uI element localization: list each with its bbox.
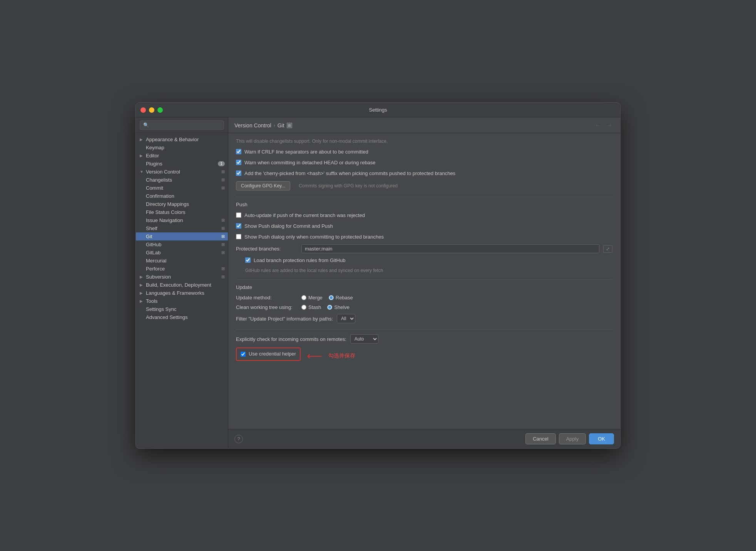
- sidebar-item-mercurial[interactable]: Mercurial: [136, 257, 228, 265]
- breadcrumb-icon: ⊞: [287, 123, 292, 128]
- grid-icon: ⊞: [221, 177, 225, 182]
- show-push-protected-label: Show Push dialog only when committing to…: [244, 234, 384, 240]
- credential-helper-label: Use credential helper: [249, 351, 296, 357]
- cherry-pick-row: Add the 'cherry-picked from <hash>' suff…: [236, 170, 612, 177]
- annotation-row: Use credential helper ⟵ 勾选并保存: [236, 347, 612, 364]
- sidebar-item-confirmation[interactable]: Confirmation: [136, 192, 228, 200]
- merge-option[interactable]: Merge: [301, 295, 323, 301]
- sidebar-item-perforce[interactable]: Perforce ⊞: [136, 265, 228, 273]
- expand-icon: ▶: [140, 154, 146, 158]
- merge-label: Merge: [308, 295, 323, 301]
- sidebar-item-languages[interactable]: ▶ Languages & Frameworks: [136, 289, 228, 297]
- cherry-pick-checkbox[interactable]: [236, 170, 241, 176]
- expand-icon: ▶: [140, 299, 146, 303]
- sidebar-item-editor[interactable]: ▶ Editor: [136, 152, 228, 160]
- sidebar-item-label: File Status Colors: [146, 209, 225, 215]
- sidebar-item-gitlab[interactable]: GitLab ⊞: [136, 249, 228, 257]
- rebase-radio[interactable]: [329, 295, 334, 300]
- update-method-row: Update method: Merge Rebase: [236, 295, 612, 301]
- sidebar-item-label: Keymap: [146, 145, 225, 150]
- shelve-label: Shelve: [334, 304, 350, 310]
- clean-tree-label: Clean working tree using:: [236, 304, 298, 310]
- rebase-label: Rebase: [336, 295, 353, 301]
- sidebar-item-tools[interactable]: ▶ Tools: [136, 297, 228, 305]
- sidebar-item-label: Editor: [146, 153, 225, 159]
- load-protection-row: Load branch protection rules from GitHub: [236, 257, 612, 264]
- stash-option[interactable]: Stash: [301, 304, 321, 310]
- auto-update-checkbox[interactable]: [236, 212, 241, 218]
- sidebar-item-label: Confirmation: [146, 193, 225, 199]
- maximize-button[interactable]: [157, 107, 163, 113]
- apply-button[interactable]: Apply: [559, 433, 586, 444]
- show-push-dialog-row: Show Push dialog for Commit and Push: [236, 223, 612, 230]
- sidebar-item-directory-mappings[interactable]: Directory Mappings: [136, 200, 228, 208]
- sidebar-item-label: Shelf: [146, 225, 220, 231]
- sidebar-item-subversion[interactable]: ▶ Subversion ⊞: [136, 273, 228, 281]
- load-protection-checkbox[interactable]: [245, 257, 251, 263]
- warn-crlf-label: Warn if CRLF line separators are about t…: [244, 149, 368, 155]
- breadcrumb-parent: Version Control: [234, 122, 271, 129]
- sidebar-item-label: Git: [146, 234, 220, 239]
- shelve-radio[interactable]: [327, 305, 332, 310]
- update-method-radio-group: Merge Rebase: [301, 295, 353, 301]
- configure-gpg-button[interactable]: Configure GPG Key...: [236, 181, 290, 190]
- show-push-dialog-checkbox[interactable]: [236, 223, 241, 229]
- sidebar-item-issue-navigation[interactable]: Issue Navigation ⊞: [136, 216, 228, 224]
- credential-helper-checkbox[interactable]: [241, 352, 246, 357]
- sidebar-item-advanced-settings[interactable]: Advanced Settings: [136, 313, 228, 321]
- search-input[interactable]: [140, 120, 224, 130]
- sidebar-item-github[interactable]: GitHub ⊞: [136, 240, 228, 249]
- minimize-button[interactable]: [149, 107, 154, 113]
- help-button[interactable]: ?: [234, 435, 243, 443]
- main-panel: Version Control › Git ⊞ ← → This will di…: [228, 117, 620, 448]
- grid-icon: ⊞: [221, 274, 225, 279]
- warn-detached-checkbox[interactable]: [236, 160, 241, 165]
- rebase-option[interactable]: Rebase: [329, 295, 353, 301]
- grid-icon: ⊞: [221, 226, 225, 231]
- sidebar-item-git[interactable]: Git ⊞: [136, 232, 228, 240]
- sidebar-item-appearance[interactable]: ▶ Appearance & Behavior: [136, 135, 228, 144]
- close-button[interactable]: [140, 107, 146, 113]
- sidebar-item-changelists[interactable]: Changelists ⊞: [136, 176, 228, 184]
- plugins-badge: 1: [218, 161, 225, 166]
- window-controls: [140, 107, 163, 113]
- panel-header: Version Control › Git ⊞ ← →: [228, 117, 620, 133]
- grid-icon: ⊞: [221, 218, 225, 223]
- main-content: ▶ Appearance & Behavior Keymap ▶ Editor …: [136, 117, 620, 448]
- gpg-row: Configure GPG Key... Commits signing wit…: [236, 181, 612, 190]
- sidebar-item-label: Tools: [146, 298, 225, 304]
- load-protection-label: Load branch protection rules from GitHub: [254, 257, 345, 264]
- sidebar-item-label: Perforce: [146, 266, 220, 272]
- show-push-dialog-label: Show Push dialog for Commit and Push: [244, 223, 333, 230]
- auto-update-label: Auto-update if push of the current branc…: [244, 212, 365, 219]
- sidebar-item-label: GitLab: [146, 250, 220, 255]
- sidebar-item-shelf[interactable]: Shelf ⊞: [136, 224, 228, 232]
- forward-arrow[interactable]: →: [605, 121, 614, 130]
- settings-window: Settings ▶ Appearance & Behavior Keymap: [135, 102, 621, 449]
- sidebar-item-version-control[interactable]: ▼ Version Control ⊞: [136, 168, 228, 176]
- nav-arrows: ← →: [593, 121, 614, 130]
- shelve-option[interactable]: Shelve: [327, 304, 350, 310]
- incoming-commits-select[interactable]: Auto Always Never: [350, 334, 378, 344]
- incoming-commits-row: Explicitly check for incoming commits on…: [236, 334, 612, 344]
- filter-select[interactable]: All: [337, 314, 355, 323]
- back-arrow[interactable]: ←: [593, 121, 602, 130]
- sidebar-item-commit[interactable]: Commit ⊞: [136, 184, 228, 192]
- sidebar-item-plugins[interactable]: Plugins 1: [136, 160, 228, 168]
- sidebar-item-file-status-colors[interactable]: File Status Colors: [136, 208, 228, 216]
- merge-radio[interactable]: [301, 295, 306, 300]
- show-push-protected-checkbox[interactable]: [236, 234, 241, 239]
- cancel-button[interactable]: Cancel: [525, 433, 555, 444]
- sidebar-item-keymap[interactable]: Keymap: [136, 144, 228, 152]
- sidebar-item-build[interactable]: ▶ Build, Execution, Deployment: [136, 281, 228, 289]
- clean-tree-radio-group: Stash Shelve: [301, 304, 350, 310]
- expand-button[interactable]: ⤢: [603, 245, 612, 253]
- stash-radio[interactable]: [301, 305, 306, 310]
- warn-crlf-checkbox[interactable]: [236, 149, 241, 154]
- stash-label: Stash: [308, 304, 321, 310]
- window-title: Settings: [369, 107, 387, 113]
- sidebar-item-settings-sync[interactable]: Settings Sync: [136, 305, 228, 313]
- credential-helper-highlight: Use credential helper: [236, 347, 301, 361]
- ok-button[interactable]: OK: [589, 433, 614, 444]
- protected-branches-input[interactable]: [301, 244, 599, 253]
